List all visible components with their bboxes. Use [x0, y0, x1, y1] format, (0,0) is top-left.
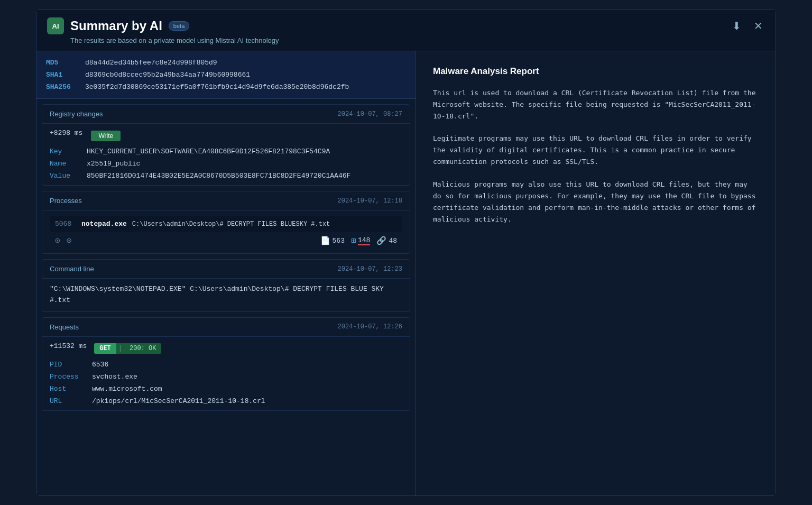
- header-actions: ⬇ ✕: [730, 17, 765, 34]
- header: AI Summary by AI beta The results are ba…: [36, 10, 776, 51]
- sha1-label: SHA1: [46, 71, 77, 79]
- sha1-row: SHA1 d8369cb0d8ccec95b2a49ba34aa7749b609…: [46, 71, 406, 79]
- req-process-value: svchost.exe: [92, 373, 137, 381]
- http-method-badge: GET | 200: OK: [94, 343, 161, 354]
- req-pid-value: 6536: [92, 361, 108, 369]
- key-value: HKEY_CURRENT_USER\SOFTWARE\EA408C6BF0D12…: [87, 148, 330, 155]
- process-name: notepad.exe: [81, 220, 127, 228]
- process-stats-right: 📄 563 ⊞ 148 🔗 48: [320, 236, 397, 246]
- grid-icon: ⊞: [351, 236, 356, 246]
- processes-timestamp: 2024-10-07, 12:18: [338, 197, 402, 205]
- value-value: 850BF21816D01474E43B02E5E2A0C8670D5B503E…: [87, 172, 350, 180]
- get-label: GET: [94, 343, 116, 354]
- page-title: Summary by AI: [70, 19, 162, 33]
- stat-files-value: 563: [333, 237, 345, 245]
- req-pid-label: PID: [50, 361, 81, 369]
- registry-title: Registry changes: [50, 110, 103, 118]
- req-host-value: www.microsoft.com: [92, 385, 162, 393]
- commandline-header: Command line 2024-10-07, 12:23: [42, 260, 410, 279]
- report-title: Malware Analysis Report: [433, 66, 759, 77]
- commandline-body: "C:\WINDOWS\system32\NOTEPAD.EXE" C:\Use…: [42, 279, 410, 311]
- report-paragraph-1: This url is used to download a CRL (Cert…: [433, 87, 759, 122]
- req-host-label: Host: [50, 385, 81, 393]
- md5-row: MD5 d8a44d2ed34b5fee7c8e24d998f805d9: [46, 59, 406, 67]
- processes-header: Processes 2024-10-07, 12:18: [42, 191, 410, 210]
- requests-section: Requests 2024-10-07, 12:26 +11532 ms GET…: [42, 317, 410, 411]
- key-label: Key: [50, 148, 76, 155]
- name-label: Name: [50, 160, 76, 168]
- req-pid-row: PID 6536: [50, 361, 402, 369]
- left-panel: MD5 d8a44d2ed34b5fee7c8e24d998f805d9 SHA…: [36, 51, 416, 495]
- sha256-value: 3e035f2d7d30869ce53171ef5a0f761bfb9c14d9…: [85, 83, 349, 91]
- write-badge: Write: [91, 131, 121, 141]
- stat-grid-value: 148: [358, 236, 370, 245]
- commandline-section: Command line 2024-10-07, 12:23 "C:\WINDO…: [42, 259, 410, 312]
- processes-body: 5068 notepad.exe C:\Users\admin\Desktop\…: [42, 210, 410, 253]
- requests-timing: +11532 ms: [50, 342, 87, 350]
- commandline-text: "C:\WINDOWS\system32\NOTEPAD.EXE" C:\Use…: [50, 284, 402, 306]
- http-status: 200: OK: [124, 343, 161, 354]
- req-host-row: Host www.microsoft.com: [50, 385, 402, 393]
- registry-section: Registry changes 2024-10-07, 08:27 +8298…: [42, 104, 410, 186]
- registry-value-row: Value 850BF21816D01474E43B02E5E2A0C8670D…: [50, 172, 402, 180]
- req-url-label: URL: [50, 397, 81, 405]
- name-value: x25519_public: [87, 160, 140, 168]
- process-row: 5068 notepad.exe C:\Users\admin\Desktop\…: [50, 216, 402, 232]
- stat-links: 🔗 48: [376, 236, 397, 246]
- req-url-value: /pkiops/crl/MicSecSerCA2011_2011-10-18.c…: [92, 397, 265, 405]
- close-button[interactable]: ✕: [752, 17, 765, 34]
- requests-header: Requests 2024-10-07, 12:26: [42, 318, 410, 337]
- badge-separator: |: [116, 345, 124, 352]
- header-subtitle: The results are based on a private model…: [70, 36, 765, 44]
- file-icon: 📄: [320, 236, 330, 246]
- sha256-label: SHA256: [46, 83, 77, 91]
- requests-timestamp: 2024-10-07, 12:26: [338, 323, 402, 330]
- req-url-row: URL /pkiops/crl/MicSecSerCA2011_2011-10-…: [50, 397, 402, 405]
- process-icon-2: ⊙: [67, 235, 72, 246]
- process-icon-1: ⊙: [55, 235, 60, 246]
- registry-header: Registry changes 2024-10-07, 08:27: [42, 105, 410, 124]
- processes-section: Processes 2024-10-07, 12:18 5068 notepad…: [42, 191, 410, 254]
- ai-logo-icon: AI: [47, 17, 64, 34]
- download-button[interactable]: ⬇: [730, 17, 743, 34]
- header-top: AI Summary by AI beta: [47, 17, 765, 34]
- md5-value: d8a44d2ed34b5fee7c8e24d998f805d9: [85, 59, 217, 67]
- registry-key-row: Key HKEY_CURRENT_USER\SOFTWARE\EA408C6BF…: [50, 148, 402, 155]
- report-paragraph-3: Malicious programs may also use this URL…: [433, 179, 759, 225]
- sha256-row: SHA256 3e035f2d7d30869ce53171ef5a0f761bf…: [46, 83, 406, 91]
- requests-title: Requests: [50, 323, 79, 331]
- sha1-value: d8369cb0d8ccec95b2a49ba34aa7749b60998661: [85, 71, 250, 79]
- md5-label: MD5: [46, 59, 77, 67]
- beta-badge: beta: [169, 21, 189, 31]
- registry-timestamp: 2024-10-07, 08:27: [338, 111, 402, 118]
- link-icon: 🔗: [376, 236, 386, 246]
- modal-container: AI Summary by AI beta The results are ba…: [36, 10, 776, 496]
- stat-links-value: 48: [389, 237, 397, 245]
- value-label: Value: [50, 172, 76, 180]
- right-panel: Malware Analysis Report This url is used…: [416, 51, 776, 495]
- stat-grid: ⊞ 148: [351, 236, 370, 246]
- registry-body: +8298 ms Write Key HKEY_CURRENT_USER\SOF…: [42, 124, 410, 185]
- requests-body: +11532 ms GET | 200: OK PID 6536 Process: [42, 337, 410, 410]
- processes-title: Processes: [50, 197, 82, 205]
- hash-section: MD5 d8a44d2ed34b5fee7c8e24d998f805d9 SHA…: [36, 51, 416, 99]
- stat-files: 📄 563: [320, 236, 345, 246]
- registry-name-row: Name x25519_public: [50, 160, 402, 168]
- req-process-row: Process svchost.exe: [50, 373, 402, 381]
- report-paragraph-2: Legitimate programs may use this URL to …: [433, 133, 759, 168]
- process-pid: 5068: [55, 220, 76, 228]
- commandline-timestamp: 2024-10-07, 12:23: [338, 265, 402, 273]
- registry-timing: +8298 ms: [50, 129, 82, 137]
- req-process-label: Process: [50, 373, 81, 381]
- process-stats-row: ⊙ ⊙ 📄 563 ⊞ 148: [50, 232, 402, 248]
- process-icons-left: ⊙ ⊙: [55, 235, 71, 246]
- content-area: MD5 d8a44d2ed34b5fee7c8e24d998f805d9 SHA…: [36, 51, 776, 495]
- commandline-title: Command line: [50, 265, 94, 273]
- process-cmd: C:\Users\admin\Desktop\# DECRYPT FILES B…: [132, 221, 397, 228]
